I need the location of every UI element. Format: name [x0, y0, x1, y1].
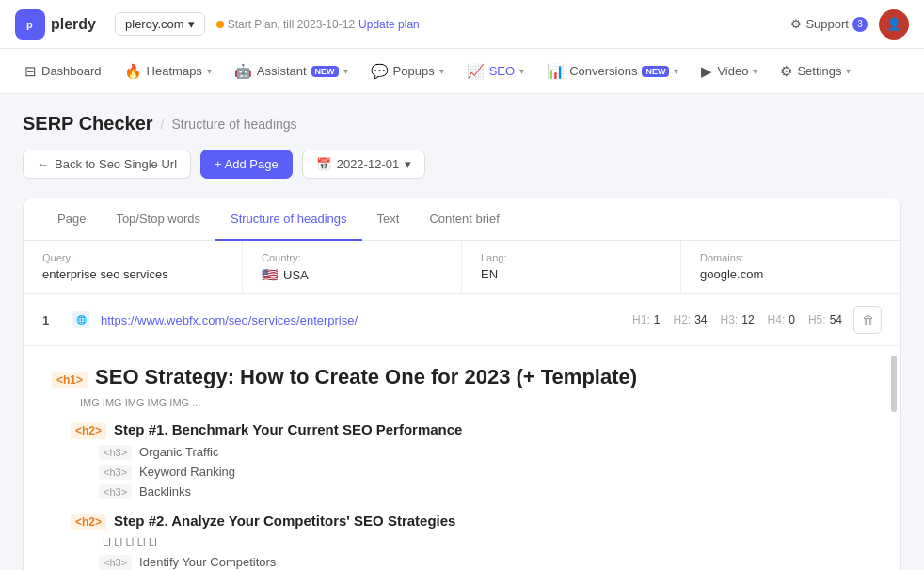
- nav-label-dashboard: Dashboard: [41, 64, 102, 78]
- h3-tag: <h3>: [99, 484, 132, 499]
- scrollbar-thumb[interactable]: [891, 356, 897, 412]
- domain-value: plerdy.com: [125, 17, 184, 31]
- query-value: enterprise seo services: [42, 267, 223, 281]
- nav-item-dashboard[interactable]: ⊟ Dashboard: [15, 57, 111, 86]
- tab-text[interactable]: Text: [362, 198, 415, 241]
- h3-text-1-3: Backlinks: [139, 484, 191, 499]
- h4-stat: H4: 0: [768, 313, 795, 326]
- support-button[interactable]: ⚙ Support 3: [790, 17, 868, 32]
- h5-stat: H5: 54: [808, 313, 842, 326]
- country-cell: Country: 🇺🇸 USA: [243, 241, 462, 293]
- nav-item-settings[interactable]: ⚙ Settings ▾: [771, 57, 860, 86]
- h3-stat: H3: 12: [721, 313, 755, 326]
- chevron-down-icon: ▾: [519, 66, 524, 76]
- delete-result-button[interactable]: 🗑: [853, 306, 882, 334]
- date-value: 2022-12-01: [337, 157, 400, 171]
- lang-cell: Lang: EN: [462, 241, 681, 293]
- h3-text-2-1: Identify Your Competitors: [139, 555, 276, 569]
- update-plan-link[interactable]: Update plan: [358, 18, 420, 31]
- settings-icon: ⚙: [780, 63, 792, 80]
- plan-text: Start Plan, till 2023-10-12: [228, 18, 355, 31]
- nav-label-seo: SEO: [489, 64, 515, 78]
- heatmaps-icon: 🔥: [124, 63, 142, 80]
- chevron-down-icon: ▾: [405, 157, 411, 171]
- domain-selector[interactable]: plerdy.com ▾: [115, 12, 205, 36]
- query-row: Query: enterprise seo services Country: …: [24, 241, 900, 294]
- assistant-icon: 🤖: [234, 63, 252, 80]
- logo: p plerdy: [15, 9, 96, 40]
- conversions-icon: 📊: [547, 63, 565, 80]
- h2-text-1: Step #1. Benchmark Your Current SEO Perf…: [114, 421, 462, 437]
- h1-stat: H1: 1: [632, 313, 660, 326]
- h3-text-1-2: Keyword Ranking: [139, 465, 235, 479]
- h3-tag: <h3>: [99, 555, 132, 570]
- tab-structure[interactable]: Structure of headings: [215, 198, 362, 241]
- nav-label-video: Video: [717, 64, 748, 78]
- logo-icon: p: [15, 9, 45, 40]
- tab-top-stop[interactable]: Top/Stop words: [101, 198, 215, 241]
- h2-text-2: Step #2. Analyze Your Competitors' SEO S…: [114, 513, 455, 529]
- domains-label: Domains:: [700, 252, 882, 263]
- support-count: 3: [852, 17, 868, 32]
- back-arrow-icon: ←: [37, 157, 49, 171]
- domain-chevron: ▾: [188, 17, 195, 31]
- chevron-down-icon: ▾: [207, 66, 212, 76]
- topbar: p plerdy plerdy.com ▾ Start Plan, till 2…: [0, 0, 924, 49]
- support-label: Support: [805, 17, 849, 31]
- result-url-link[interactable]: https://www.webfx.com/seo/services/enter…: [101, 313, 621, 327]
- popups-icon: 💬: [371, 63, 389, 80]
- back-button[interactable]: ← Back to Seo Single Url: [23, 150, 191, 179]
- chevron-down-icon: ▾: [846, 66, 851, 76]
- h2-heading-1: <h2> Step #1. Benchmark Your Current SEO…: [71, 421, 872, 439]
- nav-item-assistant[interactable]: 🤖 Assistant NEW ▾: [225, 57, 358, 86]
- lang-label: Lang:: [481, 252, 661, 263]
- nav-label-settings: Settings: [797, 64, 841, 78]
- country-value: 🇺🇸 USA: [262, 267, 442, 282]
- result-number: 1: [42, 313, 61, 327]
- nav-item-heatmaps[interactable]: 🔥 Heatmaps ▾: [115, 57, 221, 86]
- back-label: Back to Seo Single Url: [55, 157, 177, 171]
- h2-stat: H2: 34: [673, 313, 707, 326]
- h3-tag: <h3>: [99, 445, 132, 460]
- tab-content-brief[interactable]: Content brief: [414, 198, 514, 241]
- nav-item-popups[interactable]: 💬 Popups ▾: [361, 57, 454, 86]
- topbar-right: ⚙ Support 3 👤: [790, 9, 909, 40]
- nav-item-conversions[interactable]: 📊 Conversions NEW ▾: [537, 57, 688, 86]
- h3-heading-1-2: <h3> Keyword Ranking: [99, 465, 872, 480]
- country-name: USA: [283, 268, 309, 282]
- breadcrumb-separator: /: [161, 117, 165, 132]
- lang-value: EN: [481, 267, 661, 281]
- h3-text-1-1: Organic Traffic: [139, 445, 218, 459]
- seo-icon: 📈: [467, 63, 485, 80]
- add-page-button[interactable]: + Add Page: [200, 150, 293, 179]
- h1-heading: <h1> SEO Strategy: How to Create One for…: [52, 365, 872, 389]
- date-picker-button[interactable]: 📅 2022-12-01 ▾: [302, 150, 426, 179]
- nav-item-seo[interactable]: 📈 SEO ▾: [457, 57, 534, 86]
- nav-label-conversions: Conversions: [569, 64, 637, 78]
- tab-page[interactable]: Page: [42, 198, 101, 241]
- country-label: Country:: [262, 252, 442, 263]
- svg-text:p: p: [26, 19, 33, 30]
- h2-tag: <h2>: [71, 514, 106, 530]
- toolbar: ← Back to Seo Single Url + Add Page 📅 20…: [23, 150, 901, 179]
- h3-heading-2-1: <h3> Identify Your Competitors: [99, 555, 872, 570]
- avatar[interactable]: 👤: [879, 9, 909, 40]
- chevron-down-icon: ▾: [674, 66, 678, 76]
- tabs: Page Top/Stop words Structure of heading…: [24, 198, 900, 241]
- result-url-text: https://www.webfx.com/seo/services/enter…: [101, 313, 358, 327]
- plan-badge: Start Plan, till 2023-10-12 Update plan: [216, 18, 420, 31]
- page-title: SERP Checker: [23, 113, 153, 135]
- img-labels: IMG IMG IMG IMG IMG ...: [80, 397, 872, 408]
- plan-dot: [216, 21, 224, 28]
- chevron-down-icon: ▾: [439, 66, 444, 76]
- h1-tag: <h1>: [52, 372, 88, 388]
- main-card: Page Top/Stop words Structure of heading…: [23, 198, 901, 570]
- domains-value: google.com: [700, 267, 882, 281]
- nav-item-video[interactable]: ▶ Video ▾: [692, 57, 767, 86]
- h3-heading-1-3: <h3> Backlinks: [99, 484, 872, 499]
- result-header: 1 🌐 https://www.webfx.com/seo/services/e…: [24, 294, 900, 346]
- add-label: + Add Page: [215, 157, 279, 171]
- breadcrumb-sub: Structure of headings: [171, 117, 296, 132]
- headings-content[interactable]: <h1> SEO Strategy: How to Create One for…: [24, 346, 900, 570]
- video-icon: ▶: [701, 63, 712, 80]
